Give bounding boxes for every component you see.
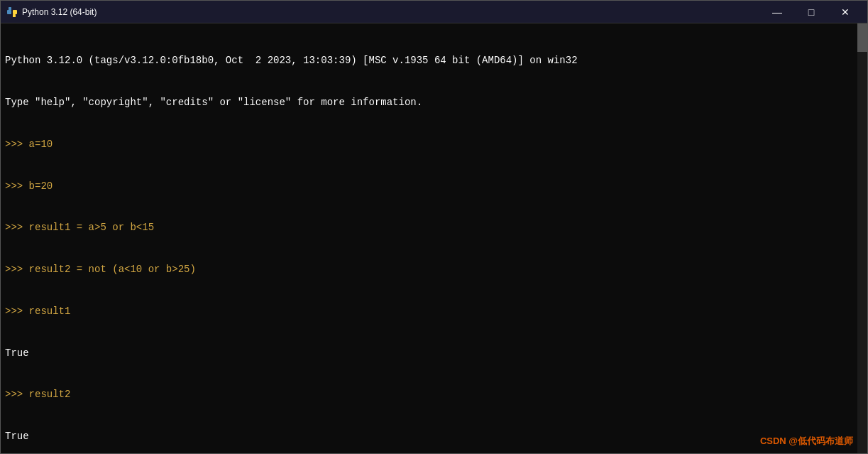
terminal-line-2: Type "help", "copyright", "credits" or "…	[5, 96, 863, 110]
terminal-line-7: >>> result1	[5, 305, 863, 319]
svg-rect-3	[13, 14, 16, 17]
terminal-line-4: >>> b=20	[5, 180, 863, 194]
terminal-line-9: >>> result2	[5, 388, 863, 402]
terminal-line-5: >>> result1 = a>5 or b<15	[5, 221, 863, 235]
terminal-output-1: True	[5, 347, 863, 361]
maximize-button[interactable]: □	[795, 2, 828, 22]
terminal-content: Python 3.12.0 (tags/v3.12.0:0fb18b0, Oct…	[5, 26, 863, 453]
svg-rect-0	[7, 10, 11, 14]
python-icon	[6, 6, 18, 18]
scrollbar-thumb[interactable]	[857, 23, 867, 52]
svg-rect-1	[13, 10, 17, 14]
terminal-line-3: >>> a=10	[5, 138, 863, 152]
close-button[interactable]: ✕	[829, 2, 862, 22]
minimize-button[interactable]: —	[761, 2, 793, 22]
scrollbar[interactable]	[857, 23, 867, 453]
window-controls: — □ ✕	[761, 2, 862, 22]
python-window: Python 3.12 (64-bit) — □ ✕ Python 3.12.0…	[0, 0, 868, 454]
terminal-line-1: Python 3.12.0 (tags/v3.12.0:0fb18b0, Oct…	[5, 54, 863, 68]
svg-rect-2	[9, 7, 11, 10]
title-bar: Python 3.12 (64-bit) — □ ✕	[1, 1, 867, 23]
window-title: Python 3.12 (64-bit)	[22, 7, 97, 17]
title-bar-left: Python 3.12 (64-bit)	[6, 6, 97, 18]
watermark: CSDN @低代码布道师	[760, 435, 853, 448]
terminal-body[interactable]: Python 3.12.0 (tags/v3.12.0:0fb18b0, Oct…	[1, 23, 867, 453]
terminal-output-2: True	[5, 430, 863, 444]
terminal-line-6: >>> result2 = not (a<10 or b>25)	[5, 263, 863, 277]
